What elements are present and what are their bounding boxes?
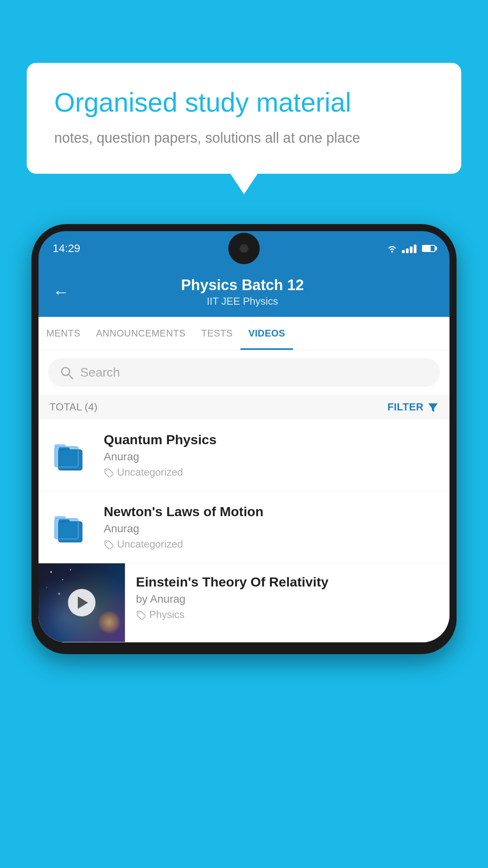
svg-rect-7	[59, 447, 70, 453]
status-time: 14:29	[53, 242, 80, 255]
svg-point-0	[391, 251, 393, 253]
status-icons	[386, 244, 435, 253]
tag-icon	[104, 468, 113, 477]
video-item-einstein[interactable]: Einstein's Theory Of Relativity by Anura…	[39, 563, 449, 642]
signal-bars-icon	[402, 244, 416, 253]
tag-icon	[104, 540, 113, 549]
phone-notch	[228, 233, 260, 264]
search-bar-wrapper: Search	[39, 350, 449, 395]
app-screen: ← Physics Batch 12 IIT JEE Physics MENTS…	[39, 266, 449, 642]
video-title-newton: Newton's Laws of Motion	[104, 504, 438, 519]
tab-videos[interactable]: VIDEOS	[240, 317, 293, 350]
einstein-thumbnail	[39, 563, 125, 642]
back-button[interactable]: ←	[53, 283, 69, 302]
status-bar: 14:29	[39, 231, 449, 266]
video-tag-text-newton: Uncategorized	[117, 538, 183, 550]
video-tag-text-einstein: Physics	[149, 609, 185, 621]
video-author-newton: Anurag	[104, 522, 438, 535]
tabs-bar: MENTS ANNOUNCEMENTS TESTS VIDEOS	[39, 317, 449, 350]
tab-tests[interactable]: TESTS	[193, 317, 240, 350]
speech-bubble: Organised study material notes, question…	[27, 63, 461, 174]
phone-wrapper: 14:29	[31, 224, 457, 654]
filter-icon	[427, 402, 438, 413]
video-title-quantum: Quantum Physics	[104, 432, 438, 447]
video-tag-newton: Uncategorized	[104, 538, 438, 550]
header-title-block: Physics Batch 12 IIT JEE Physics	[79, 277, 406, 307]
video-tag-quantum: Uncategorized	[104, 466, 438, 478]
video-tag-text-quantum: Uncategorized	[117, 466, 183, 478]
app-header: ← Physics Batch 12 IIT JEE Physics	[39, 266, 449, 317]
search-bar[interactable]: Search	[48, 358, 440, 387]
video-title-einstein: Einstein's Theory Of Relativity	[136, 574, 438, 590]
tab-ments[interactable]: MENTS	[39, 317, 88, 350]
search-input[interactable]: Search	[80, 365, 120, 380]
speech-bubble-wrapper: Organised study material notes, question…	[27, 63, 461, 174]
tab-announcements[interactable]: ANNOUNCEMENTS	[88, 317, 194, 350]
filter-row: TOTAL (4) FILTER	[39, 395, 449, 419]
filter-button[interactable]: FILTER	[387, 401, 438, 413]
bubble-subtitle: notes, question papers, solutions all at…	[54, 130, 434, 146]
video-item-newton[interactable]: Newton's Laws of Motion Anurag Uncategor…	[39, 491, 449, 563]
screen-title: Physics Batch 12	[79, 277, 406, 294]
svg-rect-14	[59, 519, 70, 525]
svg-marker-3	[428, 403, 438, 412]
folder-icon-newton	[50, 506, 93, 549]
video-author-quantum: Anurag	[104, 451, 438, 463]
svg-point-17	[106, 542, 107, 543]
total-count: TOTAL (4)	[50, 401, 97, 413]
video-item-quantum[interactable]: Quantum Physics Anurag Uncategorized	[39, 419, 449, 491]
bubble-title: Organised study material	[54, 86, 434, 119]
screen-subtitle: IIT JEE Physics	[79, 295, 406, 307]
video-info-quantum: Quantum Physics Anurag Uncategorized	[104, 432, 438, 478]
svg-line-2	[69, 375, 73, 379]
svg-point-10	[106, 470, 107, 471]
folder-icon-quantum	[50, 434, 93, 477]
video-author-einstein: by Anurag	[136, 593, 438, 605]
camera	[240, 244, 248, 253]
video-tag-einstein: Physics	[136, 609, 438, 621]
phone-frame: 14:29	[31, 224, 457, 654]
wifi-icon	[386, 244, 398, 253]
play-button[interactable]	[68, 589, 95, 616]
search-icon	[60, 366, 74, 380]
battery-icon	[422, 245, 435, 252]
video-info-newton: Newton's Laws of Motion Anurag Uncategor…	[104, 504, 438, 550]
tag-icon	[136, 610, 145, 620]
video-info-einstein: Einstein's Theory Of Relativity by Anura…	[125, 563, 438, 632]
svg-point-18	[138, 612, 139, 613]
